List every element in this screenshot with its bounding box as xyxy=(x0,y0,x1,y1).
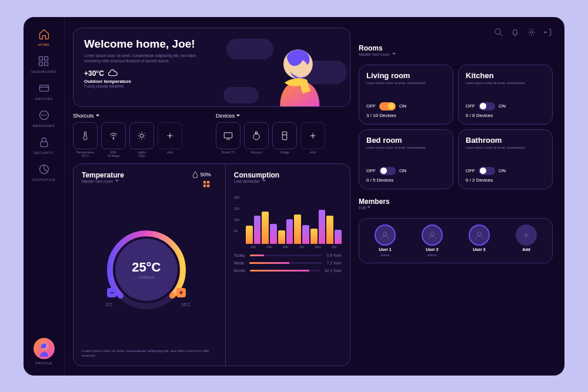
gear-icon[interactable] xyxy=(527,28,536,37)
room-toggle[interactable] xyxy=(479,102,495,110)
consumption-chart: 200 150 100 50 xyxy=(234,188,342,244)
temperature-gauge[interactable]: 25°C Celcious 0°C 25°C − + xyxy=(102,226,191,314)
outdoor-temp: +30°C xyxy=(84,69,350,78)
device-add[interactable] xyxy=(300,122,325,149)
nav-security[interactable]: SECURITY xyxy=(34,136,54,155)
svg-rect-25 xyxy=(207,185,209,187)
nav-devices[interactable]: DEVICES xyxy=(35,82,53,100)
room-devices: 0 / 8 Devices xyxy=(466,113,545,118)
cons-title: Consumption xyxy=(234,171,342,179)
members-title: Members xyxy=(359,197,553,206)
stat-label: Month xyxy=(234,269,245,273)
shortcut-temperature[interactable] xyxy=(73,122,98,149)
welcome-card: Welcome home, Joe! Lorem ipsum dolor sit… xyxy=(73,28,350,107)
nav-label: DASHBOARD xyxy=(31,70,56,73)
temp-value: +30°C xyxy=(84,69,104,78)
avatar-icon xyxy=(375,225,396,246)
nav-statistics[interactable]: STATISTICS xyxy=(32,163,55,182)
avatar-icon xyxy=(422,225,443,246)
tile-label: Add xyxy=(300,150,325,154)
stat-label: Week xyxy=(234,261,245,265)
svg-rect-1 xyxy=(45,56,48,60)
welcome-desc: Lorem ipsum dolor sit amet, consectetuer… xyxy=(84,53,202,63)
welcome-title: Welcome home, Joe! xyxy=(84,38,350,51)
room-toggle[interactable] xyxy=(379,167,396,175)
room-kitchen[interactable]: Kitchen Lorem ipsum dolor sit amet, cons… xyxy=(458,65,553,125)
member-user3[interactable]: User 3 xyxy=(469,225,490,257)
drop-icon xyxy=(192,171,198,178)
humidity: 50% xyxy=(192,171,211,178)
devices-title[interactable]: Devices xyxy=(216,113,350,119)
temp-minus-button[interactable]: − xyxy=(107,288,116,297)
svg-rect-16 xyxy=(224,132,232,138)
svg-rect-20 xyxy=(282,132,287,140)
room-desc: Lorem ipsum dolor sit amet, consectetuer xyxy=(366,81,446,100)
member-user1[interactable]: User 1 Admin xyxy=(375,225,396,257)
top-toolbar xyxy=(359,28,553,37)
lock-icon xyxy=(38,136,51,149)
svg-line-30 xyxy=(500,33,502,36)
svg-point-8 xyxy=(44,115,44,115)
temp-desc: Lorem ipsum dolor sit amet, consectetuer… xyxy=(82,349,211,359)
nav-label: HOME xyxy=(38,43,50,46)
device-fridge[interactable] xyxy=(272,122,297,149)
room-bedroom[interactable]: Bed room Lorem ipsum dolor sit amet, con… xyxy=(359,129,453,189)
stat-label: Today xyxy=(234,253,245,257)
svg-point-14 xyxy=(113,138,114,139)
shortcut-lights[interactable] xyxy=(129,122,154,149)
svg-point-15 xyxy=(140,134,143,138)
temp-room-select[interactable]: Master bed room xyxy=(82,179,124,183)
svg-point-7 xyxy=(42,115,42,115)
svg-rect-10 xyxy=(41,142,48,146)
device-tv[interactable] xyxy=(216,122,240,149)
gauge-unit: Celcious xyxy=(138,275,154,279)
dashboard-icon xyxy=(37,55,50,68)
plus-icon xyxy=(516,225,537,246)
svg-point-32 xyxy=(383,232,387,235)
room-name: Living room xyxy=(366,71,446,80)
room-toggle[interactable] xyxy=(479,167,495,175)
cons-period-select[interactable]: Last semester xyxy=(234,179,342,183)
cloud-icon xyxy=(108,69,118,78)
room-bathroom[interactable]: Bathroom Lorem ipsum dolor sit amet, con… xyxy=(458,129,553,189)
rooms-select[interactable]: Master bed room xyxy=(359,52,553,56)
stat-value: 7.2 Kwh xyxy=(327,261,342,265)
nav-label: DEVICES xyxy=(35,97,53,100)
members-card: User 1 Admin User 2 Admin User 3 Add xyxy=(359,218,553,263)
logout-icon[interactable] xyxy=(543,28,553,37)
nav-messages[interactable]: MESSAGES xyxy=(33,109,55,128)
svg-point-31 xyxy=(530,31,533,33)
members-edit[interactable]: Edit xyxy=(359,206,553,210)
device-vacuum[interactable] xyxy=(244,122,269,149)
room-toggle[interactable] xyxy=(379,102,396,110)
app-window: HOME DASHBOARD DEVICES MESSAGES SECURITY… xyxy=(24,17,564,376)
bell-icon[interactable] xyxy=(510,28,520,37)
rooms-header: Rooms Master bed room xyxy=(359,44,553,56)
rooms-grid: Living room Lorem ipsum dolor sit amet, … xyxy=(359,65,553,189)
svg-point-34 xyxy=(477,232,481,235)
chart-xlabels: Jan Feb Mar Apr May Jun xyxy=(234,245,342,249)
consumption-stats: Today0.9 Kwh Week7.2 Kwh Month32.2 Kwh xyxy=(234,253,342,273)
grid-icon[interactable] xyxy=(203,180,211,189)
nav-home[interactable]: HOME xyxy=(38,28,51,46)
nav-profile[interactable]: PROFILE xyxy=(34,338,55,365)
member-add[interactable]: Add xyxy=(516,225,537,257)
nav-label: MESSAGES xyxy=(33,124,55,128)
room-name: Bathroom xyxy=(466,136,545,145)
svg-point-28 xyxy=(169,293,175,299)
shortcuts-title[interactable]: Shorcuts xyxy=(73,113,208,119)
member-user2[interactable]: User 2 Admin xyxy=(422,225,443,257)
shortcut-add[interactable] xyxy=(158,122,182,149)
room-desc: Lorem ipsum dolor sit amet, consectetuer xyxy=(466,81,545,100)
shortcut-wifi[interactable] xyxy=(101,122,126,149)
search-icon[interactable] xyxy=(494,28,503,37)
shortcuts-devices-row: Shorcuts Temperature25°C WiFi10 Mbps Lig… xyxy=(73,113,350,158)
svg-point-9 xyxy=(45,115,46,115)
room-living[interactable]: Living room Lorem ipsum dolor sit amet, … xyxy=(359,65,453,125)
nav-dashboard[interactable]: DASHBOARD xyxy=(31,55,56,73)
stat-value: 32.2 Kwh xyxy=(325,269,342,273)
right-column: Rooms Master bed room Living room Lorem … xyxy=(359,28,553,366)
temp-plus-button[interactable]: + xyxy=(176,288,186,297)
svg-rect-2 xyxy=(39,62,43,65)
gauge-value: 25°C xyxy=(132,260,161,275)
